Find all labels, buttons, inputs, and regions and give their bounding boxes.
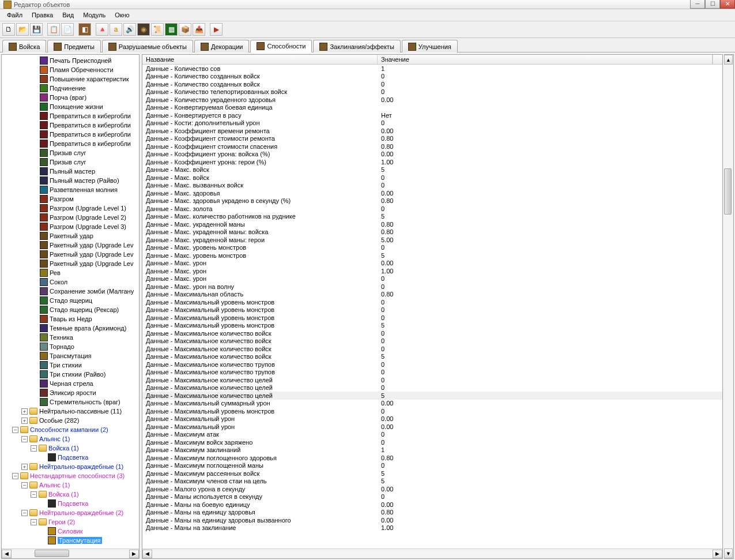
table-row[interactable]: Данные - Макс. уровень монстров5 [142,251,722,260]
table-row[interactable]: Данные - Кости: дополнительный урон0 [142,119,722,127]
table-row[interactable]: Данные - Максимум атак0 [142,431,722,439]
tree-item[interactable]: Подчинение [2,84,139,93]
toolbar-object-icon[interactable]: ◉ [137,23,150,36]
table-row[interactable]: Данные - Коэффициент стоимости спасения0… [142,142,722,151]
table-row[interactable]: Данные - Макс. количество работников на … [142,213,722,221]
tree-item[interactable]: Стадо ящериц (Рексар) [2,305,139,314]
tree-item[interactable]: Превратиться в кибергобли [2,130,139,139]
expand-icon[interactable] [40,501,46,507]
tree-item[interactable]: Разгром (Upgrade Level 1) [2,204,139,213]
maximize-button[interactable]: ☐ [705,0,720,9]
tab-5[interactable]: Заклинания/эффекты [313,40,400,52]
table-row[interactable]: Данные - Макс. войск0 [142,174,722,182]
tree-item[interactable]: Призыв слуг [2,148,139,157]
table-row[interactable]: Данные - Макс. здоровья украдено в секун… [142,197,722,205]
table-row[interactable]: Данные - Макс. войск5 [142,166,722,174]
tree-item[interactable]: Разгром (Upgrade Level 2) [2,213,139,222]
table-row[interactable]: Данные - Максимальный урон0.00 [142,415,722,423]
table-row[interactable]: Данные - Максимальное количество трупов0 [142,360,722,369]
expand-icon[interactable]: − [12,473,18,479]
scroll-up-icon[interactable]: ▲ [724,55,733,65]
tree-item[interactable]: Торнадо [2,342,139,351]
toolbar-import-icon[interactable]: 📦 [179,23,191,36]
tree-node[interactable]: Трансмутация [2,536,139,545]
table-row[interactable]: Данные - Максимальное количество целей5 [142,392,722,400]
table-row[interactable]: Данные - Максимальный урон0.00 [142,423,722,431]
expand-icon[interactable]: − [31,445,37,452]
tree-item[interactable]: Стадо ящериц [2,296,139,305]
tree-body[interactable]: Печать ПреисподнейПламя ОбреченностиПовы… [2,55,139,548]
tree-item[interactable]: Похищение жизни [2,102,139,111]
tree-node[interactable]: −Альянс (1) [2,434,139,444]
tree-node[interactable]: Подсветка [2,499,139,508]
tree-item[interactable]: Ракетный удар (Upgrade Lev [2,250,139,259]
tree-node[interactable]: +Нейтрально-враждебные (1) [2,462,139,471]
table-row[interactable]: Данные - Количество сов1 [142,65,722,73]
col-value[interactable]: Значение [378,55,713,64]
table-row[interactable]: Данные - Максимальная область0.80 [142,291,722,299]
table-row[interactable]: Данные - Макс. украденной маны0.80 [142,220,722,228]
menu-module[interactable]: Модуль [78,10,110,20]
minimize-button[interactable]: ─ [690,0,705,9]
tree-item[interactable]: Тварь из Недр [2,314,139,324]
tree-item[interactable]: Повышение характеристик [2,74,139,84]
tree-node[interactable]: −Войска (1) [2,490,139,499]
table-row[interactable]: Данные - Максимум членов стаи на цель5 [142,478,722,486]
table-row[interactable]: Данные - Маны на единицу здоровья вызван… [142,516,722,524]
toolbar-test-icon[interactable]: ▶ [210,23,223,36]
expand-icon[interactable]: − [21,510,28,516]
tree-hscroll[interactable]: ◀ ▶ [2,548,139,558]
tree-item[interactable]: Ракетный удар (Upgrade Lev [2,259,139,268]
toolbar-script-icon[interactable]: a [110,23,122,36]
toolbar-ai-icon[interactable]: ▦ [165,23,178,36]
table-row[interactable]: Данные - Максимальный уровень монстров5 [142,322,722,330]
scroll-right-icon[interactable]: ▶ [129,550,139,558]
toolbar-campaign-icon[interactable]: 📜 [151,23,164,36]
table-row[interactable]: Данные - Конвертируемая боевая единица [142,104,722,112]
table-row[interactable]: Данные - Количество созданных войск0 [142,73,722,81]
table-row[interactable]: Данные - Малого урона в секунду0.00 [142,485,722,493]
tree-item[interactable]: Разветвленная молния [2,185,139,194]
tree-item[interactable]: Черная стрела [2,379,139,388]
tree-node[interactable]: −Нестандартные способности (3) [2,471,139,480]
tree-item[interactable]: Сохранение зомби (Малгану [2,287,139,296]
table-row[interactable]: Данные - Коэффициент урона: войска (%)0.… [142,151,722,159]
table-row[interactable]: Данные - Коэффициент стоимости ремонта0.… [142,135,722,143]
table-row[interactable]: Данные - Максимальное количество войск0 [142,337,722,345]
table-row[interactable]: Данные - Маны на заклинание1.00 [142,524,722,532]
menu-view[interactable]: Вид [58,10,78,20]
tree-item[interactable]: Ракетный удар [2,231,139,240]
scroll-right-icon[interactable]: ▶ [713,550,722,558]
tab-0[interactable]: Войска [2,40,46,52]
table-row[interactable]: Данные - Максимальное количество целей0 [142,376,722,384]
tree-item[interactable]: Три стихии (Райво) [2,370,139,379]
expand-icon[interactable]: + [21,464,28,470]
tree-item[interactable]: Превратиться в кибергобли [2,139,139,148]
tree-node[interactable]: −Альянс (1) [2,480,139,490]
tree-item[interactable]: Превратиться в кибергобли [2,111,139,121]
table-row[interactable]: Данные - Макс. уровень монстров0 [142,244,722,252]
table-row[interactable]: Данные - Максимальное количество войск5 [142,353,722,361]
table-row[interactable]: Данные - Коэффициент урона: герои (%)1.0… [142,158,722,166]
tab-3[interactable]: Декорации [194,40,249,52]
table-row[interactable]: Данные - Количество телепортированных во… [142,88,722,96]
toolbar-save-icon[interactable]: 💾 [30,23,43,36]
expand-icon[interactable] [40,538,46,544]
tab-2[interactable]: Разрушаемые объекты [102,40,193,52]
tree-item[interactable]: Печать Преисподней [2,56,139,65]
tree-item[interactable]: Эликсир ярости [2,388,139,397]
table-row[interactable]: Данные - Макс. украденной маны: войска0.… [142,228,722,236]
tree-item[interactable]: Ракетный удар (Upgrade Lev [2,240,139,250]
page-vscroll[interactable]: ▲ ▼ [724,54,734,559]
tree-item[interactable]: Сокол [2,277,139,287]
toolbar-export-icon[interactable]: 📤 [193,23,205,36]
tab-6[interactable]: Улучшения [402,40,458,52]
scroll-down-icon[interactable]: ▼ [724,548,733,558]
vscroll-thumb[interactable] [724,168,732,215]
table-row[interactable]: Данные - Максимальное количество войск0 [142,345,722,353]
table-row[interactable]: Данные - Количество украденного здоровья… [142,96,722,104]
tree-item[interactable]: Пьяный мастер [2,167,139,176]
tree-item[interactable]: Темные врата (Архимонд) [2,324,139,333]
close-button[interactable]: ✕ [720,0,735,9]
tree-node[interactable]: −Герои (2) [2,517,139,527]
